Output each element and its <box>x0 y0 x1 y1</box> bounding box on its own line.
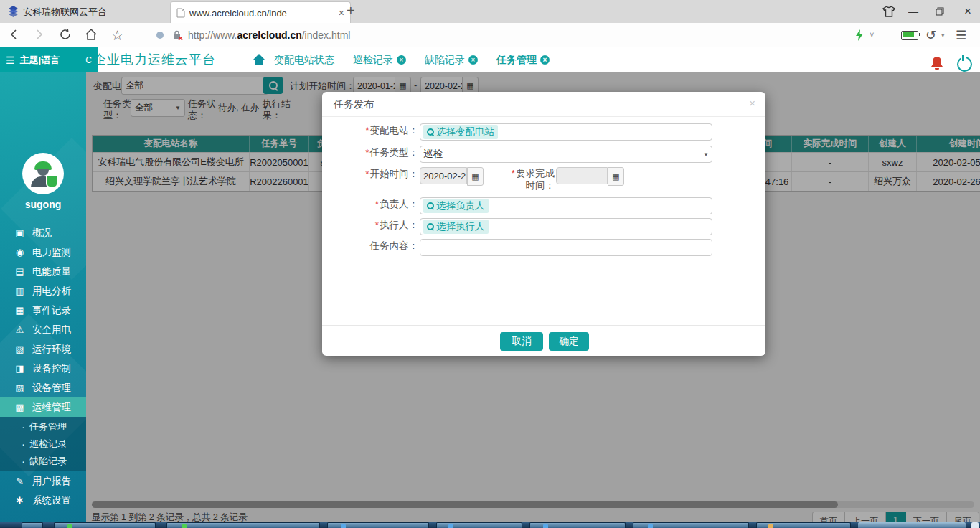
sidebar-item-7[interactable]: ◨设备控制 <box>0 359 86 378</box>
taskbar-tray[interactable] <box>858 522 966 528</box>
site-info-icon[interactable] <box>156 32 164 39</box>
nav-home-icon[interactable] <box>253 53 265 65</box>
nav-tab-label: 缺陷记录 <box>425 54 465 67</box>
new-tab-button[interactable]: + <box>347 3 355 19</box>
nav-tab-1[interactable]: 巡检记录× <box>353 47 406 75</box>
taskbar-app-button[interactable] <box>436 522 522 528</box>
sidebar-item-6[interactable]: ▧运行环境 <box>0 339 86 359</box>
back-icon[interactable] <box>9 29 19 40</box>
nav-tab-close-icon[interactable]: × <box>468 55 478 65</box>
taskbar-app-button[interactable] <box>54 522 156 528</box>
sidebar-item-label: 事件记录 <box>32 304 71 317</box>
window-title: 安科瑞物联网云平台 <box>23 6 107 19</box>
refresh-icon[interactable] <box>59 28 72 41</box>
refresh-page-icon[interactable]: C <box>85 55 92 65</box>
sidebar-subitem-1[interactable]: ·巡检记录 <box>0 435 86 453</box>
browser-tab[interactable]: www.acrelcloud.cn/inde × <box>170 1 351 24</box>
modal-close-icon[interactable]: × <box>749 97 755 109</box>
sidebar-item-5[interactable]: ⚠安全用电 <box>0 320 86 339</box>
sidebar-item-label: 用电分析 <box>32 285 71 298</box>
os-taskbar <box>0 522 980 528</box>
sidebar-item-label: 概况 <box>32 227 52 240</box>
executor-field[interactable]: 选择执行人 <box>420 218 712 235</box>
undo-icon[interactable]: ↺ <box>925 27 936 43</box>
avatar[interactable] <box>22 153 64 194</box>
sidebar-item-10[interactable]: ✎用户报告 <box>0 471 86 491</box>
confirm-button[interactable]: 确定 <box>549 332 589 351</box>
taskbar-app-button[interactable] <box>327 522 429 528</box>
calendar-icon[interactable]: ▦ <box>608 167 624 186</box>
safety-power-icon: ⚠ <box>14 324 25 335</box>
select-executor-chip[interactable]: 选择执行人 <box>423 220 489 234</box>
taskbar-app-button[interactable] <box>166 522 320 528</box>
page-favicon-icon <box>176 8 185 18</box>
power-monitor-icon: ◉ <box>14 247 25 258</box>
sidebar-subitem-label: 缺陷记录 <box>29 455 67 468</box>
sidebar-item-2[interactable]: ▤电能质量 <box>0 262 86 281</box>
taskbar-app-button[interactable] <box>633 522 749 528</box>
owner-field[interactable]: 选择负责人 <box>420 197 712 214</box>
theme-language-label[interactable]: 主题|语言 <box>20 54 60 67</box>
nav-tab-close-icon[interactable]: × <box>397 55 406 65</box>
sidebar-toggle-icon[interactable]: ☰ <box>6 55 15 66</box>
sidebar-subitem-label: 任务管理 <box>29 420 67 433</box>
sidebar-item-8[interactable]: ▨设备管理 <box>0 378 86 397</box>
start-time-input[interactable]: 2020-02-28 <box>420 167 467 184</box>
nav-tab-3[interactable]: 任务管理× <box>496 47 550 75</box>
chevron-down-icon[interactable]: ˅ <box>870 30 874 39</box>
nav-tab-0[interactable]: 变配电站状态 <box>274 47 334 75</box>
sidebar-item-label: 系统设置 <box>32 494 71 507</box>
insecure-lock-icon[interactable] <box>172 30 183 41</box>
search-icon <box>427 223 434 230</box>
sidebar-item-4[interactable]: ▦事件记录 <box>0 301 86 320</box>
taskbar-app-button[interactable] <box>529 522 626 528</box>
nav-tab-2[interactable]: 缺陷记录× <box>425 47 478 75</box>
cancel-button[interactable]: 取消 <box>500 332 543 351</box>
deadline-input[interactable] <box>556 167 608 184</box>
alarm-bell-icon[interactable] <box>930 56 944 71</box>
extension-lightning-icon[interactable] <box>855 29 864 41</box>
show-desktop-button[interactable] <box>971 522 979 528</box>
executor-field-label: *执行人： <box>332 218 418 232</box>
home-icon[interactable] <box>85 28 98 41</box>
station-field[interactable]: 选择变配电站 <box>420 123 712 141</box>
sidebar-subitem-2[interactable]: ·缺陷记录 <box>0 453 86 470</box>
browser-tab-bar <box>0 0 980 24</box>
forward-icon[interactable] <box>34 29 44 40</box>
undo-dropdown-icon[interactable]: ▾ <box>941 32 945 39</box>
task-type-select[interactable]: 巡检 ▼ <box>420 146 712 163</box>
tab-close-icon[interactable]: × <box>339 7 344 19</box>
logout-power-icon[interactable] <box>957 57 972 72</box>
deadline-label: *要求完成时间： <box>503 167 555 192</box>
theme-language-block[interactable]: ☰ 主题|语言 C <box>0 47 98 72</box>
shield-icon <box>46 174 58 188</box>
sidebar-item-11[interactable]: ✱系统设置 <box>0 491 86 510</box>
close-window-button[interactable]: × <box>957 4 979 19</box>
task-content-input[interactable] <box>420 239 712 256</box>
taskbar-app-button[interactable] <box>756 522 851 528</box>
sidebar-item-1[interactable]: ◉电力监测 <box>0 242 86 262</box>
sidebar-item-9[interactable]: ▩运维管理 <box>0 397 86 417</box>
minimize-button[interactable]: — <box>903 4 924 19</box>
battery-icon[interactable] <box>901 31 918 40</box>
sidebar-subitem-label: 巡检记录 <box>29 438 67 451</box>
sidebar-item-3[interactable]: ▥用电分析 <box>0 281 86 301</box>
page-title: 企业电力运维云平台 <box>93 51 216 68</box>
favorite-star-icon[interactable]: ☆ <box>111 27 123 44</box>
nav-tab-close-icon[interactable]: × <box>540 55 550 65</box>
calendar-icon[interactable]: ▦ <box>467 167 484 186</box>
nav-tab-label: 巡检记录 <box>353 54 393 67</box>
search-icon <box>427 128 434 136</box>
menu-hamburger-icon[interactable]: ☰ <box>956 28 966 43</box>
start-button[interactable] <box>22 522 43 528</box>
sidebar-item-0[interactable]: ▣概况 <box>0 223 86 242</box>
owner-field-label: *负责人： <box>332 197 418 211</box>
restore-button[interactable] <box>929 4 951 19</box>
sidebar-menu: ▣概况◉电力监测▤电能质量▥用电分析▦事件记录⚠安全用电▧运行环境◨设备控制▨设… <box>0 223 86 510</box>
select-owner-chip[interactable]: 选择负责人 <box>423 199 489 213</box>
url-text[interactable]: http://www.acrelcloud.cn/index.html <box>188 29 350 41</box>
select-station-chip[interactable]: 选择变配电站 <box>423 125 498 139</box>
sidebar-subitem-0[interactable]: ·任务管理 <box>0 418 86 435</box>
modal-title: 任务发布 <box>334 98 374 111</box>
skin-theme-icon[interactable] <box>882 6 895 17</box>
